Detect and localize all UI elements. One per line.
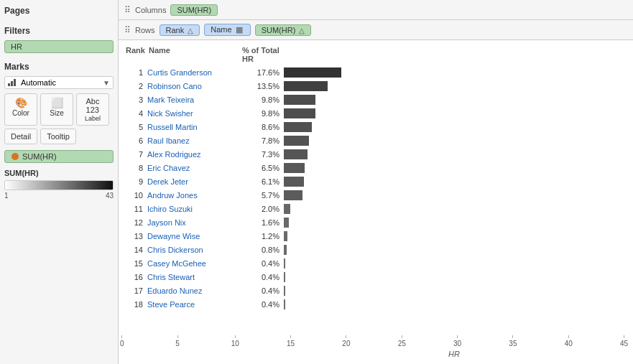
cell-rank: 16 <box>124 273 147 281</box>
cell-name[interactable]: Nick Swisher <box>147 109 241 118</box>
x-tick-line <box>624 335 624 338</box>
cell-bar-area <box>284 108 624 118</box>
legend-title: SUM(HR) <box>4 169 114 177</box>
cell-bar-area <box>284 81 624 91</box>
cell-rank: 18 <box>124 300 147 309</box>
table-row: 2Robinson Cano13.5% <box>124 80 624 93</box>
cell-bar-area <box>284 272 624 282</box>
cell-name[interactable]: Chris Dickerson <box>147 246 241 254</box>
cell-bar-area <box>284 122 624 132</box>
cell-pct: 9.8% <box>241 95 284 104</box>
cell-rank: 8 <box>124 164 147 172</box>
size-label: Size <box>50 109 63 117</box>
pages-section-title: Pages <box>4 6 114 16</box>
cell-name[interactable]: Andruw Jones <box>147 191 241 200</box>
x-tick: 0 <box>120 335 124 347</box>
rows-name-pill[interactable]: Name ▦ <box>204 24 250 36</box>
x-tick: 10 <box>231 335 239 347</box>
table-row: 5Russell Martin8.6% <box>124 121 624 134</box>
cell-name[interactable]: Casey McGehee <box>147 259 241 268</box>
rows-rank-text: Rank <box>166 26 185 34</box>
cell-name[interactable]: Derek Jeter <box>147 177 241 186</box>
cell-rank: 14 <box>124 246 147 254</box>
bar-fill <box>284 245 287 255</box>
x-tick-line <box>235 335 236 338</box>
rows-sum-hr-pill[interactable]: SUM(HR) △ <box>255 24 312 36</box>
x-tick-line <box>457 335 458 338</box>
sum-hr-pill[interactable]: SUM(HR) <box>4 150 114 163</box>
tooltip-button[interactable]: Tooltip <box>40 129 76 144</box>
table-row: 15Casey McGehee0.4% <box>124 257 624 270</box>
col-bar-header <box>285 46 624 63</box>
legend-max: 43 <box>106 192 114 200</box>
cell-name[interactable]: Robinson Cano <box>147 82 241 90</box>
x-tick: 15 <box>287 335 295 347</box>
x-tick: 45 <box>620 335 628 347</box>
cell-bar-area <box>284 177 624 187</box>
cell-name[interactable]: Curtis Granderson <box>147 68 241 77</box>
size-icon: ⬜ <box>51 97 63 108</box>
rows-name-text: Name <box>211 25 231 34</box>
cell-name[interactable]: Dewayne Wise <box>147 232 241 241</box>
marks-section-title: Marks <box>4 62 114 72</box>
cell-rank: 13 <box>124 232 147 241</box>
cell-name[interactable]: Jayson Nix <box>147 218 241 227</box>
cell-name[interactable]: Russell Martin <box>147 123 241 131</box>
detail-button[interactable]: Detail <box>4 129 37 144</box>
name-filter-icon: ▦ <box>236 25 243 34</box>
marks-type-label: Automatic <box>21 78 103 87</box>
cell-name[interactable]: Eric Chavez <box>147 164 241 172</box>
x-tick: 30 <box>453 335 461 347</box>
bar-fill <box>284 67 341 78</box>
rows-rank-pill[interactable]: Rank △ <box>160 24 200 36</box>
cell-pct: 0.4% <box>241 259 284 268</box>
color-button[interactable]: 🎨 Color <box>4 93 37 126</box>
cell-name[interactable]: Eduardo Nunez <box>147 286 241 295</box>
size-button[interactable]: ⬜ Size <box>40 93 73 126</box>
x-tick-label: 30 <box>453 340 461 347</box>
x-tick-label: 45 <box>620 340 628 347</box>
cell-pct: 7.3% <box>241 150 284 159</box>
table-row: 11Ichiro Suzuki2.0% <box>124 202 624 215</box>
bar-chart-icon <box>8 79 18 86</box>
x-axis-label: HR <box>124 350 624 361</box>
cell-bar-area <box>284 190 624 200</box>
chart-header: Rank Name % of Total HR <box>124 46 624 63</box>
x-tick-label: 10 <box>231 340 239 347</box>
cell-name[interactable]: Raul Ibanez <box>147 136 241 145</box>
cell-pct: 0.4% <box>241 300 284 309</box>
rows-grid-icon: ⠿ <box>124 25 131 35</box>
rows-sum-hr-text: SUM(HR) <box>262 26 296 34</box>
table-row: 8Eric Chavez6.5% <box>124 162 624 174</box>
cell-rank: 4 <box>124 109 147 118</box>
cell-name[interactable]: Mark Teixeira <box>147 95 241 104</box>
table-row: 1Curtis Granderson17.6% <box>124 66 624 79</box>
bar-fill <box>284 190 302 200</box>
x-tick: 20 <box>342 335 350 347</box>
cell-pct: 0.4% <box>241 286 284 295</box>
x-tick-line <box>568 335 569 338</box>
chart-rows: 1Curtis Granderson17.6%2Robinson Cano13.… <box>124 66 624 334</box>
cell-rank: 5 <box>124 123 147 131</box>
color-label: Color <box>12 109 29 117</box>
table-row: 12Jayson Nix1.6% <box>124 216 624 229</box>
cell-name[interactable]: Alex Rodriguez <box>147 150 241 159</box>
filter-hr-pill[interactable]: HR <box>4 40 114 53</box>
columns-grid-icon: ⠿ <box>124 5 131 15</box>
marks-buttons-row2: Detail Tooltip <box>4 129 114 144</box>
table-row: 4Nick Swisher9.8% <box>124 107 624 120</box>
x-tick: 35 <box>509 335 517 347</box>
marks-type-dropdown[interactable]: Automatic ▼ <box>4 76 114 89</box>
bar-fill <box>284 177 304 187</box>
cell-name[interactable]: Steve Pearce <box>147 300 241 309</box>
gradient-legend-bar <box>4 180 114 190</box>
label-button[interactable]: Abc123 Label <box>76 93 109 126</box>
columns-sum-hr-pill[interactable]: SUM(HR) <box>170 4 218 16</box>
left-panel: Pages Filters HR Marks Automatic ▼ 🎨 Col… <box>0 0 119 364</box>
cell-name[interactable]: Chris Stewart <box>147 273 241 281</box>
col-pct-header: % of Total HR <box>242 46 285 63</box>
x-tick-label: 25 <box>398 340 406 347</box>
cell-rank: 3 <box>124 95 147 104</box>
cell-pct: 0.8% <box>241 246 284 254</box>
cell-name[interactable]: Ichiro Suzuki <box>147 205 241 213</box>
